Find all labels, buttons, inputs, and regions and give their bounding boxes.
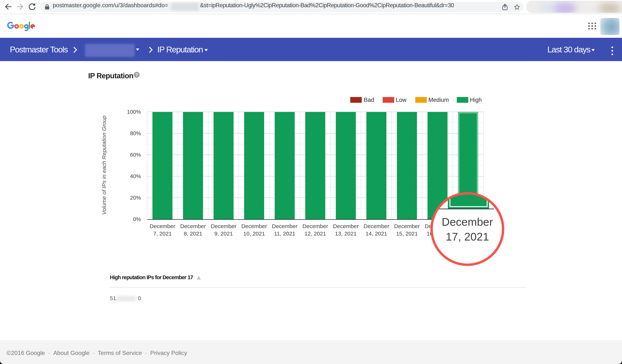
svg-text:100%: 100% [127, 109, 141, 115]
svg-text:14, 2021: 14, 2021 [366, 230, 387, 237]
svg-text:December: December [333, 223, 359, 229]
svg-text:December: December [241, 223, 267, 229]
svg-text:7, 2021: 7, 2021 [153, 230, 172, 237]
svg-text:40%: 40% [130, 173, 141, 179]
svg-text:December: December [272, 223, 297, 229]
svg-text:Bad: Bad [364, 97, 374, 103]
svg-text:December: December [211, 223, 236, 229]
svg-text:December: December [364, 223, 389, 229]
svg-text:Low: Low [396, 97, 406, 103]
svg-text:17, 2021: 17, 2021 [446, 230, 489, 243]
svg-text:12, 2021: 12, 2021 [305, 230, 326, 237]
svg-text:December: December [394, 223, 420, 229]
svg-text:Volume of IPs in each Reputati: Volume of IPs in each Reputation Group [101, 115, 107, 215]
svg-text:December: December [442, 216, 493, 228]
svg-text:0%: 0% [133, 216, 141, 222]
svg-text:13, 2021: 13, 2021 [335, 230, 357, 237]
svg-text:8, 2021: 8, 2021 [184, 230, 202, 237]
svg-text:High: High [470, 97, 482, 103]
svg-text:80%: 80% [130, 130, 141, 136]
svg-text:10, 2021: 10, 2021 [243, 230, 265, 237]
svg-text:Medium: Medium [428, 97, 449, 103]
svg-text:December: December [150, 223, 175, 229]
svg-text:11, 2021: 11, 2021 [274, 230, 295, 237]
svg-text:60%: 60% [130, 152, 141, 158]
svg-text:December: December [180, 223, 206, 229]
svg-text:9, 2021: 9, 2021 [214, 230, 233, 237]
svg-text:December: December [302, 223, 328, 229]
svg-text:20%: 20% [130, 195, 141, 201]
svg-text:15, 2021: 15, 2021 [396, 230, 418, 237]
